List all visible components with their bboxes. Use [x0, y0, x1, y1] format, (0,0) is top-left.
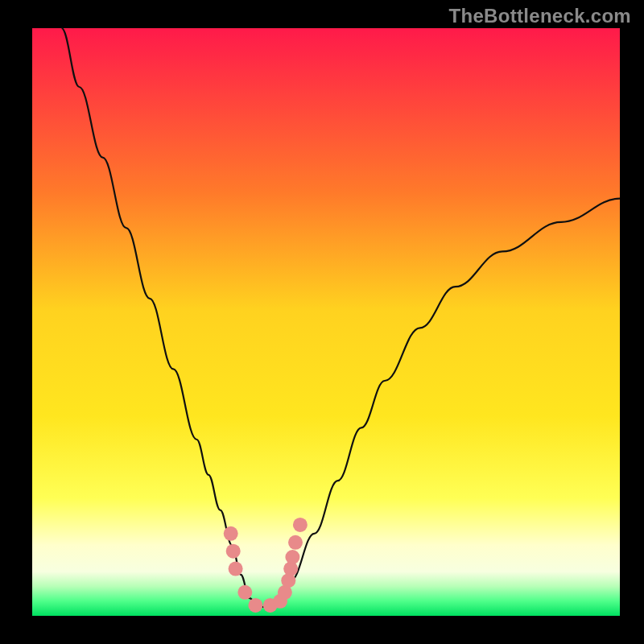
data-point: [226, 544, 241, 559]
watermark-label: TheBottleneck.com: [449, 5, 631, 27]
data-point: [293, 518, 308, 532]
data-point: [237, 585, 252, 600]
data-point: [285, 550, 299, 564]
chart-frame: TheBottleneck.com: [0, 0, 644, 644]
data-point: [224, 526, 238, 541]
data-point: [248, 598, 262, 613]
plot-area: [32, 28, 620, 616]
bottleneck-chart: [0, 0, 644, 644]
data-point: [229, 562, 243, 576]
data-point: [288, 535, 303, 550]
